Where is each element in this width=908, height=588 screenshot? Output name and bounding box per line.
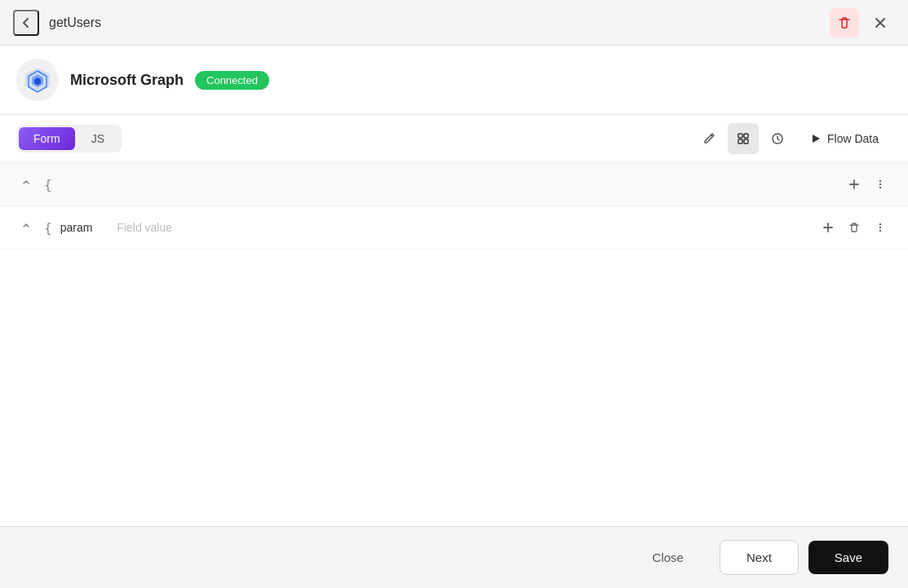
field-value-placeholder[interactable]: Field value	[100, 221, 808, 234]
brace-icon-param: {	[44, 220, 52, 236]
more-param-button[interactable]	[869, 216, 892, 239]
flow-data-label: Flow Data	[827, 132, 879, 145]
connected-badge: Connected	[195, 71, 269, 90]
svg-rect-7	[744, 139, 748, 144]
save-button[interactable]: Save	[808, 541, 888, 574]
svg-rect-5	[744, 134, 748, 138]
close-footer-button[interactable]: Close	[627, 541, 710, 574]
service-header: Microsoft Graph Connected	[0, 46, 908, 115]
service-name: Microsoft Graph	[70, 72, 184, 89]
delete-button[interactable]	[830, 8, 859, 38]
flow-data-button[interactable]: Flow Data	[796, 126, 892, 152]
svg-point-10	[879, 180, 881, 182]
collapse-param-button[interactable]	[16, 218, 36, 237]
svg-point-14	[879, 227, 881, 228]
svg-point-15	[879, 230, 881, 232]
svg-point-13	[879, 223, 881, 225]
more-top-button[interactable]	[869, 173, 892, 196]
footer: Close Next Save	[0, 526, 908, 588]
header-actions	[830, 8, 895, 38]
brace-icon-top: {	[44, 177, 52, 192]
toolbar: Form JS F	[0, 115, 908, 163]
svg-marker-9	[813, 135, 820, 143]
svg-point-12	[879, 187, 881, 188]
history-tool-button[interactable]	[762, 123, 793, 154]
svg-rect-6	[738, 139, 742, 144]
add-top-button[interactable]	[843, 173, 866, 196]
page-title: getUsers	[49, 15, 820, 30]
tab-group: Form JS	[16, 125, 122, 153]
js-tab[interactable]: JS	[77, 127, 119, 150]
next-button[interactable]: Next	[720, 540, 799, 575]
svg-point-11	[879, 183, 881, 185]
form-tab[interactable]: Form	[19, 127, 75, 150]
collapse-top-button[interactable]	[16, 175, 36, 194]
grid-tool-button[interactable]	[728, 123, 759, 154]
section-row-top: {	[0, 163, 908, 206]
svg-rect-4	[738, 134, 742, 138]
row-actions-top	[843, 173, 892, 196]
add-param-button[interactable]	[817, 216, 839, 239]
delete-param-button[interactable]	[843, 216, 866, 239]
param-row: { param Field value	[0, 206, 908, 250]
service-logo	[16, 59, 59, 101]
back-button[interactable]	[13, 10, 39, 36]
form-section: {	[0, 163, 908, 250]
main-content: {	[0, 163, 908, 526]
close-button[interactable]	[866, 8, 895, 38]
row-actions-param	[817, 216, 892, 239]
header: getUsers	[0, 0, 908, 46]
edit-tool-button[interactable]	[693, 123, 724, 154]
toolbar-right: Flow Data	[693, 123, 892, 154]
param-label: param	[60, 221, 93, 234]
